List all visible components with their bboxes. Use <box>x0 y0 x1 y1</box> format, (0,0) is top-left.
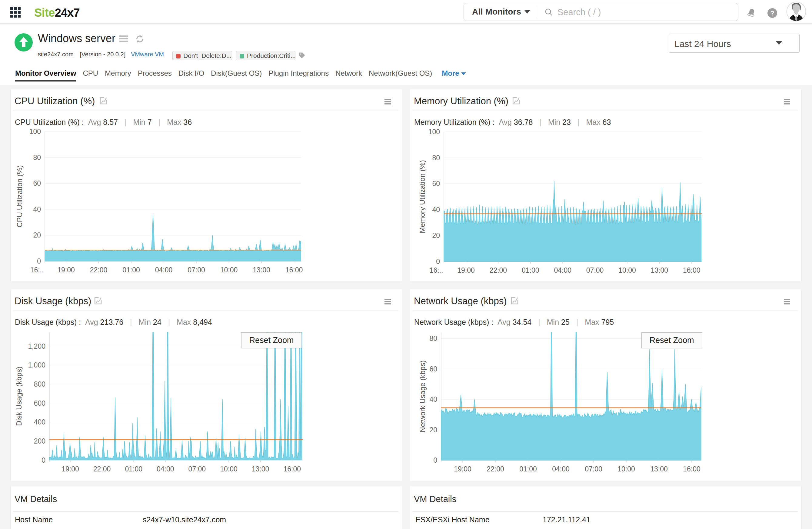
svg-text:07:00: 07:00 <box>585 465 602 473</box>
svg-text:13:00: 13:00 <box>651 266 668 274</box>
svg-text:100: 100 <box>429 128 440 136</box>
svg-text:22:00: 22:00 <box>490 266 507 274</box>
svg-text:10:00: 10:00 <box>220 266 238 274</box>
svg-text:10:00: 10:00 <box>618 465 635 473</box>
svg-text:13:00: 13:00 <box>253 266 270 274</box>
svg-text:60: 60 <box>429 365 437 373</box>
svg-text:60: 60 <box>432 180 440 188</box>
svg-text:1,200: 1,200 <box>28 342 45 350</box>
svg-text:22:00: 22:00 <box>487 465 504 473</box>
svg-text:07:00: 07:00 <box>188 266 205 274</box>
svg-text:1,000: 1,000 <box>28 361 45 369</box>
svg-text:20: 20 <box>429 426 437 434</box>
svg-text:16:..: 16:.. <box>30 266 44 274</box>
svg-text:13:00: 13:00 <box>650 465 668 473</box>
svg-text:01:00: 01:00 <box>125 465 142 473</box>
svg-text:04:00: 04:00 <box>155 266 173 274</box>
svg-text:13:00: 13:00 <box>252 465 269 473</box>
svg-text:07:00: 07:00 <box>586 266 604 274</box>
svg-text:Memory Utilization (%): Memory Utilization (%) <box>418 160 426 233</box>
svg-text:19:00: 19:00 <box>61 465 79 473</box>
svg-text:19:00: 19:00 <box>457 266 475 274</box>
svg-text:19:00: 19:00 <box>57 266 75 274</box>
svg-text:80: 80 <box>429 335 437 342</box>
svg-text:16:00: 16:00 <box>286 266 303 274</box>
svg-text:16:00: 16:00 <box>283 465 301 473</box>
svg-text:10:00: 10:00 <box>220 465 237 473</box>
svg-text:200: 200 <box>34 437 45 445</box>
svg-text:22:00: 22:00 <box>93 465 111 473</box>
svg-text:?: ? <box>770 10 774 17</box>
svg-text:16:00: 16:00 <box>683 465 700 473</box>
svg-text:22:00: 22:00 <box>90 266 107 274</box>
svg-text:04:00: 04:00 <box>157 465 174 473</box>
svg-text:01:00: 01:00 <box>122 266 140 274</box>
svg-text:60: 60 <box>33 179 41 187</box>
svg-text:40: 40 <box>432 206 440 214</box>
svg-text:04:00: 04:00 <box>552 465 570 473</box>
svg-text:600: 600 <box>34 399 45 407</box>
svg-text:80: 80 <box>33 153 41 161</box>
svg-text:Network Usage (kbps): Network Usage (kbps) <box>418 360 426 432</box>
svg-text:01:00: 01:00 <box>519 465 537 473</box>
svg-text:04:00: 04:00 <box>554 266 571 274</box>
svg-text:80: 80 <box>432 154 440 162</box>
svg-text:CPU Utilization (%): CPU Utilization (%) <box>15 165 24 227</box>
svg-text:100: 100 <box>29 128 41 135</box>
svg-text:19:00: 19:00 <box>454 465 472 473</box>
svg-text:20: 20 <box>432 232 440 239</box>
svg-text:0: 0 <box>436 258 440 265</box>
svg-text:20: 20 <box>33 231 41 239</box>
svg-text:10:00: 10:00 <box>619 266 636 274</box>
svg-text:40: 40 <box>429 395 437 403</box>
svg-text:0: 0 <box>433 456 437 464</box>
svg-text:400: 400 <box>34 418 45 426</box>
svg-text:01:00: 01:00 <box>522 266 539 274</box>
svg-text:Disk Usage (kbps): Disk Usage (kbps) <box>15 367 23 426</box>
svg-text:40: 40 <box>33 205 41 213</box>
svg-text:800: 800 <box>34 380 45 388</box>
svg-text:07:00: 07:00 <box>188 465 206 473</box>
svg-text:16:00: 16:00 <box>683 266 700 274</box>
svg-text:16:..: 16:.. <box>430 266 443 274</box>
svg-text:0: 0 <box>37 257 41 265</box>
svg-text:0: 0 <box>42 456 45 464</box>
